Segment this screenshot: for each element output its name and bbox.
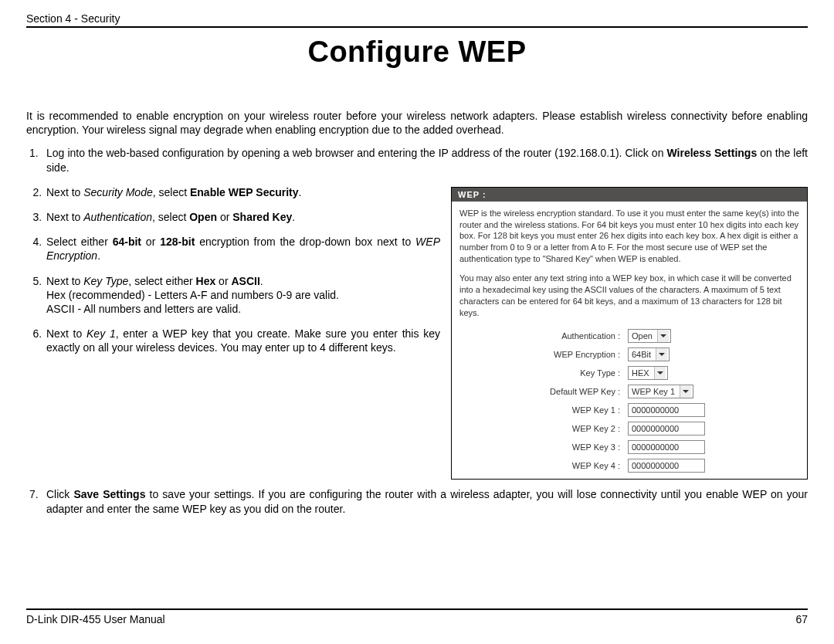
- step-3-or: or: [217, 211, 232, 223]
- enc-select[interactable]: 64Bit: [628, 347, 670, 361]
- chevron-down-icon: [654, 367, 666, 379]
- step-1: 1. Log into the web-based configuration …: [26, 146, 808, 174]
- footer-page-number: 67: [795, 613, 808, 625]
- wepkey1-label: WEP Key 1 :: [461, 402, 623, 419]
- step-6: Next to Key 1, enter a WEP key that you …: [45, 327, 440, 354]
- step-4-or: or: [141, 236, 160, 248]
- step-5-suffix: .: [260, 275, 263, 287]
- defkey-select-value: WEP Key 1: [632, 387, 675, 396]
- step-4-bold2: 128-bit: [160, 236, 195, 248]
- step-1-bold: Wireless Settings: [666, 147, 757, 159]
- chevron-down-icon: [656, 348, 667, 361]
- step-3-bold1: Open: [189, 211, 217, 223]
- step-4: Select either 64-bit or 128-bit encrypti…: [45, 235, 440, 263]
- enc-select-value: 64Bit: [632, 350, 651, 359]
- step-4-prefix: Select either: [46, 236, 113, 248]
- step-7-bold: Save Settings: [73, 488, 145, 500]
- step-4-bold1: 64-bit: [113, 236, 141, 248]
- defkey-select[interactable]: WEP Key 1: [628, 385, 693, 398]
- header-rule: [26, 26, 808, 28]
- wepkey3-label: WEP Key 3 :: [461, 439, 623, 456]
- enc-label: WEP Encryption :: [461, 346, 623, 363]
- step-5-bold1: Hex: [196, 275, 216, 287]
- step-6-prefix: Next to: [46, 327, 86, 340]
- step-3-prefix: Next to: [46, 211, 83, 223]
- step-3-mid: , select: [152, 211, 189, 223]
- wepkey4-input[interactable]: 0000000000: [628, 459, 705, 473]
- wep-panel: WEP : WEP is the wireless encryption sta…: [451, 187, 808, 480]
- step-number: 7.: [29, 487, 39, 501]
- chevron-down-icon: [680, 385, 691, 398]
- step-7-suffix: to save your settings. If you are config…: [46, 488, 808, 514]
- wepkey2-input[interactable]: 0000000000: [628, 422, 705, 436]
- step-5-mid: , select either: [128, 275, 195, 287]
- wepkey3-input[interactable]: 0000000000: [628, 440, 705, 454]
- step-number: 1.: [29, 146, 39, 160]
- defkey-label: Default WEP Key :: [461, 383, 623, 400]
- step-4-mid: encryption from the drop-down box next t…: [195, 236, 415, 248]
- wep-help-text-2: You may also enter any text string into …: [459, 273, 799, 318]
- step-3-bold2: Shared Key: [232, 211, 292, 223]
- keytype-select-value: HEX: [632, 368, 649, 378]
- step-5-sub1: Hex (recommended) - Letters A-F and numb…: [46, 288, 440, 302]
- section-header: Section 4 - Security: [26, 12, 808, 25]
- intro-paragraph: It is recommended to enable encryption o…: [26, 109, 808, 137]
- step-2-em: Security Mode: [83, 186, 152, 198]
- step-7-prefix: Click: [46, 488, 73, 500]
- step-2: Next to Security Mode, select Enable WEP…: [45, 185, 440, 199]
- step-2-bold: Enable WEP Security: [190, 186, 299, 198]
- keytype-label: Key Type :: [461, 364, 623, 381]
- step-5-prefix: Next to: [46, 275, 83, 287]
- step-3-em: Authentication: [83, 211, 152, 223]
- auth-select[interactable]: Open: [628, 329, 671, 343]
- page-title: Configure WEP: [26, 36, 808, 69]
- step-2-mid: , select: [153, 186, 190, 198]
- step-4-suffix: .: [97, 249, 100, 262]
- wepkey4-label: WEP Key 4 :: [461, 457, 623, 474]
- step-5: Next to Key Type, select either Hex or A…: [45, 274, 440, 317]
- step-5-or: or: [215, 275, 231, 287]
- step-3: Next to Authentication, select Open or S…: [45, 210, 440, 224]
- step-1-text: Log into the web-based configuration by …: [46, 147, 666, 159]
- step-5-bold2: ASCII: [231, 275, 259, 287]
- step-3-suffix: .: [292, 211, 295, 223]
- wepkey1-input[interactable]: 0000000000: [628, 403, 705, 417]
- steps-left-column: Next to Security Mode, select Enable WEP…: [26, 185, 440, 366]
- footer-manual-name: D-Link DIR-455 User Manual: [26, 613, 165, 625]
- wep-help-text-1: WEP is the wireless encryption standard.…: [459, 208, 799, 265]
- step-2-prefix: Next to: [46, 186, 83, 198]
- wep-panel-title: WEP :: [452, 188, 807, 202]
- step-5-sub2: ASCII - All numbers and letters are vali…: [46, 302, 440, 316]
- step-6-em: Key 1: [86, 327, 116, 340]
- auth-label: Authentication :: [461, 327, 623, 344]
- keytype-select[interactable]: HEX: [628, 366, 668, 380]
- auth-select-value: Open: [632, 331, 653, 341]
- wepkey2-label: WEP Key 2 :: [461, 420, 623, 437]
- chevron-down-icon: [657, 330, 669, 342]
- footer-rule: [26, 608, 808, 610]
- step-5-em: Key Type: [83, 275, 128, 287]
- step-2-suffix: .: [299, 186, 302, 198]
- step-7: 7. Click Save Settings to save your sett…: [26, 487, 808, 515]
